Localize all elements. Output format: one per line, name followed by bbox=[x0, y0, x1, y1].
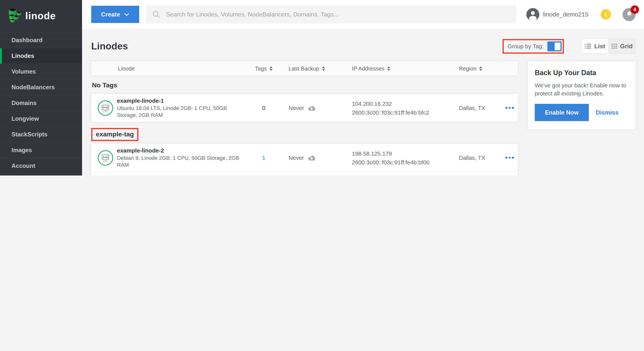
linode-name-link[interactable]: example-linode-1 bbox=[117, 97, 242, 104]
backup-card-body: We've got your back! Enable now to prote… bbox=[535, 82, 629, 97]
notifications-count-badge: 4 bbox=[630, 5, 639, 13]
annotation-box-example-tag: example-tag bbox=[91, 128, 138, 141]
tag-group-heading-example-tag: example-tag bbox=[96, 131, 134, 138]
column-header-ip-addresses-label: IP Addresses bbox=[352, 65, 384, 71]
grid-view-label: Grid bbox=[620, 43, 633, 50]
ipv6-address: 2600:3c00::f03c:91ff:fe4b:bf00 bbox=[352, 158, 452, 166]
search-input[interactable] bbox=[165, 10, 510, 18]
sidebar-item-dashboard[interactable]: Dashboard bbox=[0, 32, 82, 48]
column-header-last-backup[interactable]: Last Backup bbox=[279, 65, 352, 71]
tag-group-rows: example-linode-2 Debian 9, Linode 2GB: 1… bbox=[91, 144, 518, 175]
sort-icon bbox=[479, 66, 482, 71]
grid-view-button[interactable]: Grid bbox=[608, 39, 635, 53]
content-area: Linode Tags Last Backup IP Addresses bbox=[91, 61, 636, 175]
sidebar-nav: Dashboard Linodes Volumes NodeBalancers … bbox=[0, 32, 82, 175]
sort-icon bbox=[387, 66, 390, 71]
list-icon bbox=[585, 44, 591, 49]
column-header-tags-label: Tags bbox=[255, 65, 266, 71]
sidebar-item-images[interactable]: Images bbox=[0, 143, 82, 158]
view-controls: Group by Tag: List bbox=[502, 39, 636, 54]
region-value: Dallas, TX bbox=[452, 154, 505, 161]
side-column: Back Up Your Data We've got your back! E… bbox=[528, 61, 636, 130]
table-row: example-linode-2 Debian 9, Linode 2GB: 1… bbox=[91, 144, 518, 172]
ipv4-address: 198.58.125.179 bbox=[352, 149, 452, 158]
tags-count-link[interactable]: 1 bbox=[262, 154, 266, 161]
chevron-down-icon bbox=[124, 13, 130, 16]
ipv4-address: 104.200.16.232 bbox=[352, 99, 452, 108]
page-header: Linodes Group by Tag: List bbox=[91, 39, 636, 53]
sidebar: linode Dashboard Linodes Volumes NodeBal… bbox=[0, 0, 82, 175]
cloud-upload-icon bbox=[308, 105, 316, 111]
sidebar-item-stackscripts[interactable]: StackScripts bbox=[0, 127, 82, 143]
sidebar-item-longview[interactable]: Longview bbox=[0, 111, 82, 127]
region-value: Dallas, TX bbox=[452, 105, 505, 111]
table-row: example-linode-1 Ubuntu 18.04 LTS, Linod… bbox=[91, 94, 518, 122]
view-mode-segmented-control: List Grid bbox=[581, 39, 636, 54]
grid-icon bbox=[611, 44, 617, 49]
sort-icon bbox=[322, 66, 325, 71]
topbar: Create linode_demo215 1 bbox=[82, 0, 644, 29]
group-by-tag-label: Group by Tag: bbox=[508, 43, 544, 49]
notifications-button[interactable]: 4 bbox=[622, 8, 636, 21]
column-header-linode[interactable]: Linode bbox=[91, 65, 248, 71]
tag-group-heading-no-tags: No Tags bbox=[92, 82, 518, 89]
sidebar-item-domains[interactable]: Domains bbox=[0, 95, 82, 111]
sort-icon bbox=[270, 66, 272, 71]
create-button[interactable]: Create bbox=[91, 6, 139, 23]
column-header-last-backup-label: Last Backup bbox=[289, 65, 319, 71]
linode-spec: Debian 9, Linode 2GB: 1 CPU, 50GB Storag… bbox=[117, 155, 242, 168]
column-header-region[interactable]: Region bbox=[452, 65, 505, 71]
search-icon bbox=[152, 10, 160, 18]
avatar-icon bbox=[526, 8, 539, 21]
group-by-tag-toggle[interactable] bbox=[548, 41, 562, 51]
row-actions-button[interactable] bbox=[505, 157, 518, 159]
linode-spec: Ubuntu 18.04 LTS, Linode 2GB: 1 CPU, 50G… bbox=[117, 105, 242, 119]
create-button-label: Create bbox=[101, 11, 120, 18]
linode-logo-icon bbox=[7, 7, 21, 24]
column-header-region-label: Region bbox=[459, 65, 476, 71]
column-header-linode-label: Linode bbox=[118, 65, 135, 71]
table-row: example-linode-3 Debian 9, Linode 2GB: 1… bbox=[91, 172, 518, 175]
ipv6-address: 2600:3c00::f03c:91ff:fe4b:bfc2 bbox=[352, 108, 452, 117]
backup-card-actions: Enable Now Dismiss bbox=[535, 104, 629, 121]
list-view-label: List bbox=[594, 43, 605, 50]
column-header-tags[interactable]: Tags bbox=[248, 65, 279, 71]
linode-status-icon bbox=[98, 150, 113, 165]
last-backup-value: Never bbox=[289, 154, 304, 161]
search-bar bbox=[146, 5, 516, 23]
list-view-button[interactable]: List bbox=[582, 39, 608, 53]
sidebar-item-volumes[interactable]: Volumes bbox=[0, 64, 82, 80]
linode-status-icon bbox=[98, 100, 113, 115]
username: linode_demo215 bbox=[543, 11, 588, 18]
user-menu[interactable]: linode_demo215 bbox=[526, 8, 588, 21]
last-backup-value: Never bbox=[289, 105, 304, 111]
main-content: Linodes Group by Tag: List bbox=[82, 29, 644, 175]
backup-cta-card: Back Up Your Data We've got your back! E… bbox=[528, 61, 636, 130]
row-actions-button[interactable] bbox=[505, 107, 518, 109]
linode-name-link[interactable]: example-linode-2 bbox=[117, 147, 242, 153]
annotation-box-group-by-tag: Group by Tag: bbox=[502, 39, 564, 53]
column-header-ip-addresses[interactable]: IP Addresses bbox=[352, 65, 452, 71]
tag-group-rows: example-linode-1 Ubuntu 18.04 LTS, Linod… bbox=[91, 94, 518, 122]
open-tickets-badge[interactable]: 1 bbox=[601, 9, 611, 19]
dismiss-link[interactable]: Dismiss bbox=[596, 109, 618, 116]
linode-cloud-manager: linode Dashboard Linodes Volumes NodeBal… bbox=[0, 0, 644, 175]
page-title: Linodes bbox=[91, 41, 128, 52]
tags-count: 0 bbox=[262, 105, 266, 111]
sidebar-item-nodebalancers[interactable]: NodeBalancers bbox=[0, 80, 82, 95]
enable-now-button[interactable]: Enable Now bbox=[535, 104, 589, 121]
sidebar-item-account[interactable]: Account bbox=[0, 158, 82, 174]
sidebar-item-get-help[interactable]: Get Help bbox=[0, 174, 82, 175]
linodes-table: Linode Tags Last Backup IP Addresses bbox=[91, 61, 518, 175]
toggle-knob bbox=[555, 42, 560, 50]
logo-wordmark: linode bbox=[25, 10, 56, 22]
table-header-row: Linode Tags Last Backup IP Addresses bbox=[91, 61, 518, 75]
cloud-upload-icon bbox=[308, 154, 316, 161]
backup-card-title: Back Up Your Data bbox=[535, 69, 629, 77]
linode-logo[interactable]: linode bbox=[0, 0, 82, 24]
sidebar-item-linodes[interactable]: Linodes bbox=[0, 48, 82, 64]
